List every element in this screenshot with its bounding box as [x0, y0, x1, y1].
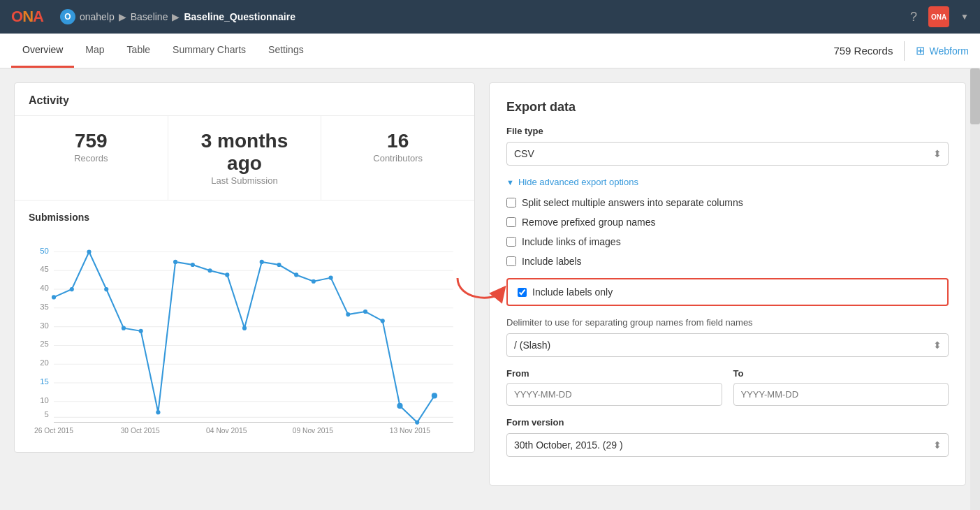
svg-point-43: [432, 393, 437, 398]
delimiter-label: Delimiter to use for separating group na…: [506, 317, 949, 328]
checkbox-remove-prefix-input[interactable]: [506, 217, 516, 227]
checkbox-include-labels-only-input[interactable]: [518, 288, 527, 297]
svg-text:35: 35: [40, 303, 49, 311]
svg-point-33: [260, 260, 264, 264]
activity-card: Activity 759 Records 3 months ago Last S…: [14, 82, 475, 453]
checkbox-include-labels-only-label: Include labels only: [532, 286, 613, 298]
form-version-label: Form version: [506, 417, 949, 428]
export-title: Export data: [506, 100, 949, 115]
svg-point-30: [207, 268, 212, 272]
svg-point-42: [415, 421, 419, 425]
svg-point-32: [242, 326, 247, 330]
checkbox-group: Split select multiple answers into separ…: [506, 197, 949, 267]
scrollbar-track: [970, 68, 980, 510]
chart-title: Submissions: [29, 212, 460, 223]
chart-area: Submissions 50 45 40 35 30 25 20 15 10 5: [15, 201, 474, 452]
stat-records: 759 Records: [15, 116, 168, 200]
svg-point-35: [294, 272, 298, 277]
delimiter-select[interactable]: / (Slash) . (Period) _ (Underscore): [506, 333, 949, 357]
checkbox-split-select[interactable]: Split select multiple answers into separ…: [506, 197, 949, 208]
checkbox-include-labels[interactable]: Include labels: [506, 256, 949, 267]
avatar-dropdown-icon[interactable]: ▼: [960, 12, 969, 22]
checkbox-split-select-input[interactable]: [506, 198, 516, 207]
toggle-arrow-icon: ▼: [506, 178, 514, 187]
breadcrumb-level2: Baseline_Questionnaire: [184, 11, 295, 22]
subnav: Overview Map Table Summary Charts Settin…: [0, 34, 980, 68]
svg-text:5: 5: [45, 410, 49, 418]
subnav-right: 759 Records ⊞ Webform: [833, 34, 969, 68]
breadcrumb: O onahelp ▶ Baseline ▶ Baseline_Question…: [60, 9, 295, 24]
help-icon[interactable]: ?: [910, 10, 917, 24]
svg-text:30 Oct 2015: 30 Oct 2015: [121, 427, 160, 435]
svg-point-36: [312, 279, 316, 284]
webform-icon: ⊞: [916, 44, 925, 57]
svg-text:13 Nov 2015: 13 Nov 2015: [390, 427, 431, 435]
ona-logo: ONA: [11, 8, 43, 26]
breadcrumb-sep1: ▶: [119, 11, 126, 22]
tab-table[interactable]: Table: [116, 34, 161, 68]
to-input[interactable]: [733, 383, 949, 406]
svg-text:50: 50: [40, 247, 49, 255]
left-panel: Activity 759 Records 3 months ago Last S…: [14, 82, 475, 496]
svg-text:04 Nov 2015: 04 Nov 2015: [206, 427, 247, 435]
svg-point-24: [104, 287, 108, 291]
svg-point-29: [191, 263, 195, 267]
svg-point-23: [87, 249, 91, 254]
topbar-left: ONA O onahelp ▶ Baseline ▶ Baseline_Ques…: [11, 8, 295, 26]
activity-stats: 759 Records 3 months ago Last Submission…: [15, 116, 474, 201]
checkbox-include-links[interactable]: Include links of images: [506, 236, 949, 247]
tab-map[interactable]: Map: [74, 34, 115, 68]
svg-point-34: [277, 263, 281, 267]
checkbox-include-labels-only[interactable]: Include labels only: [506, 278, 949, 306]
date-row: From To: [506, 368, 949, 406]
svg-text:09 Nov 2015: 09 Nov 2015: [293, 427, 334, 435]
scrollbar-thumb[interactable]: [970, 68, 980, 124]
svg-text:10: 10: [40, 396, 49, 405]
org-name[interactable]: onahelp: [80, 11, 115, 22]
svg-point-25: [122, 326, 126, 330]
org-avatar: O: [60, 9, 75, 24]
stat-submission-label: Last Submission: [211, 175, 277, 186]
svg-point-40: [381, 319, 385, 323]
to-label: To: [733, 368, 949, 379]
svg-text:15: 15: [40, 377, 49, 386]
toggle-label: Hide advanced export options: [518, 177, 638, 187]
breadcrumb-sep2: ▶: [172, 11, 180, 22]
include-labels-only-container: Include labels only: [506, 278, 949, 306]
stat-contributors-label: Contributors: [373, 153, 423, 163]
file-type-select-wrapper: CSV XLS XLSX KML ZIP ⬍: [506, 142, 949, 166]
file-type-select[interactable]: CSV XLS XLSX KML ZIP: [506, 142, 949, 166]
stat-submission: 3 months ago Last Submission: [168, 116, 322, 200]
checkbox-remove-prefix[interactable]: Remove prefixed group names: [506, 217, 949, 228]
checkbox-split-select-label: Split select multiple answers into separ…: [522, 197, 743, 208]
from-label: From: [506, 368, 722, 379]
svg-text:20: 20: [40, 358, 49, 367]
svg-text:40: 40: [40, 284, 49, 292]
svg-point-37: [329, 275, 333, 279]
user-avatar[interactable]: ONA: [928, 6, 949, 27]
export-card: Export data File type CSV XLS XLSX KML Z…: [489, 82, 966, 486]
svg-text:26 Oct 2015: 26 Oct 2015: [34, 427, 73, 435]
checkbox-include-links-input[interactable]: [506, 237, 516, 247]
svg-point-27: [156, 410, 160, 414]
svg-point-39: [363, 309, 367, 314]
toggle-advanced-options[interactable]: ▼ Hide advanced export options: [506, 177, 949, 187]
tab-overview[interactable]: Overview: [11, 34, 74, 68]
tab-summary-charts[interactable]: Summary Charts: [161, 34, 257, 68]
webform-link[interactable]: ⊞ Webform: [916, 44, 969, 57]
checkbox-include-labels-input[interactable]: [506, 256, 516, 266]
stat-records-label: Records: [74, 153, 108, 163]
records-count: 759 Records: [833, 45, 893, 57]
breadcrumb-level1[interactable]: Baseline: [131, 11, 168, 22]
form-version-select[interactable]: 30th October, 2015. (29 ): [506, 433, 949, 457]
checkbox-include-labels-label: Include labels: [522, 256, 582, 267]
from-input[interactable]: [506, 383, 722, 406]
chart-container: 50 45 40 35 30 25 20 15 10 5: [29, 231, 460, 441]
file-type-label: File type: [506, 126, 949, 136]
activity-title: Activity: [15, 83, 474, 116]
tab-settings[interactable]: Settings: [257, 34, 315, 68]
svg-text:45: 45: [40, 265, 49, 273]
stat-contributors-value: 16: [335, 130, 460, 152]
svg-point-26: [139, 329, 143, 333]
svg-point-41: [397, 403, 402, 409]
